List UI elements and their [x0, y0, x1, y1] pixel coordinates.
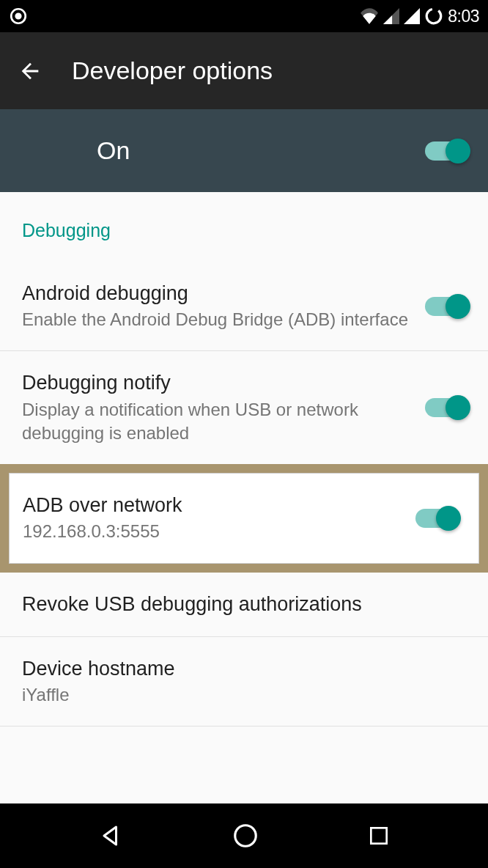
target-icon [9, 7, 28, 26]
setting-adb-over-network[interactable]: ADB over network 192.168.0.3:5555 [9, 473, 479, 563]
setting-subtitle: Enable the Android Debug Bridge (ADB) in… [22, 308, 413, 331]
android-debugging-switch[interactable] [425, 297, 467, 316]
page-title: Developer options [72, 56, 273, 85]
setting-android-debugging[interactable]: Android debugging Enable the Android Deb… [0, 249, 488, 351]
svg-point-2 [424, 7, 443, 26]
wifi-icon [360, 8, 379, 24]
setting-subtitle: Display a notification when USB or netwo… [22, 398, 413, 446]
settings-list: Debugging Android debugging Enable the A… [0, 192, 488, 727]
navigation-bar [0, 803, 488, 868]
setting-title: Device hostname [22, 656, 456, 682]
highlighted-setting-wrapper: ADB over network 192.168.0.3:5555 [0, 464, 488, 572]
setting-debugging-notify[interactable]: Debugging notify Display a notification … [0, 351, 488, 464]
status-bar: 8:03 [0, 0, 488, 32]
section-header-debugging: Debugging [0, 192, 488, 249]
status-clock: 8:03 [448, 7, 479, 26]
setting-title: ADB over network [23, 493, 404, 518]
loading-icon [424, 7, 443, 26]
setting-title: Debugging notify [22, 370, 413, 396]
setting-title: Revoke USB debugging authorizations [22, 592, 456, 617]
master-toggle-switch[interactable] [425, 141, 467, 161]
signal-icon-2 [404, 8, 420, 24]
adb-over-network-switch[interactable] [415, 509, 458, 528]
nav-recent-icon[interactable] [367, 824, 391, 847]
setting-device-hostname[interactable]: Device hostname iYaffle [0, 637, 488, 727]
setting-subtitle: iYaffle [22, 683, 456, 707]
svg-point-3 [235, 825, 256, 847]
back-icon[interactable] [18, 59, 42, 84]
signal-icon-1 [383, 8, 399, 24]
svg-point-1 [16, 14, 21, 19]
nav-back-icon[interactable] [97, 823, 124, 849]
setting-subtitle: 192.168.0.3:5555 [23, 520, 404, 543]
master-toggle-row[interactable]: On [0, 109, 488, 192]
app-bar: Developer options [0, 32, 488, 109]
svg-rect-4 [371, 828, 386, 843]
setting-title: Android debugging [22, 281, 413, 306]
debugging-notify-switch[interactable] [425, 398, 467, 417]
setting-revoke-usb[interactable]: Revoke USB debugging authorizations [0, 573, 488, 637]
master-toggle-label: On [97, 136, 130, 165]
nav-home-icon[interactable] [232, 822, 259, 850]
